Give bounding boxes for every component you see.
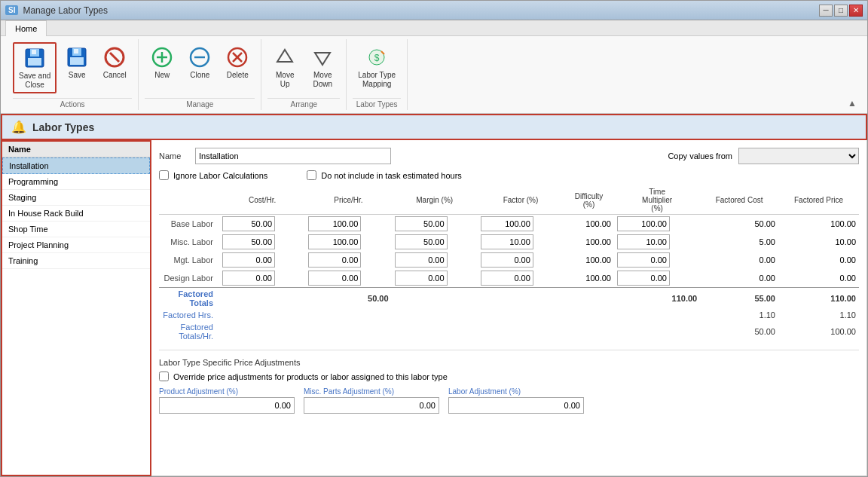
misc-labor-factoredprice: 10.00 [778,233,859,251]
col-header-factoredprice: Factored Price [778,186,859,215]
save-close-button[interactable]: Save andClose [13,42,57,93]
ribbon-collapse-btn[interactable]: ▲ [843,96,861,110]
list-item-shoptime[interactable]: Shop Time [2,222,150,237]
svg-rect-7 [74,49,78,54]
list-item-programming[interactable]: Programming [2,174,150,190]
design-labor-cost[interactable] [222,271,275,286]
cancel-button[interactable]: Cancel [97,42,132,83]
design-labor-price[interactable] [308,271,361,286]
factored-totals-hr-cost: 50.00 [700,321,778,342]
list-items: Installation Programming Staging In Hous… [2,157,150,475]
design-labor-difficulty: 100.00 [564,269,614,288]
list-item-staging[interactable]: Staging [2,190,150,206]
misc-labor-cost[interactable] [222,234,275,249]
labor-adjustment-input[interactable] [448,397,584,414]
copy-values-select[interactable] [738,148,859,164]
name-input[interactable] [195,148,391,164]
move-up-icon [273,45,297,69]
do-not-include-checkbox[interactable] [307,170,316,180]
move-down-button[interactable]: MoveDown [305,42,340,92]
base-labor-margin[interactable] [395,216,448,231]
svg-marker-18 [277,50,292,62]
price-adjustments-section: Labor Type Specific Price Adjustments Ov… [159,358,859,414]
main-content: Name Installation Programming Staging In… [1,140,867,476]
base-labor-timemult[interactable] [617,216,670,231]
ignore-labor-checkbox[interactable] [159,170,169,180]
minimize-button[interactable]: ─ [819,5,833,17]
move-up-button[interactable]: MoveUp [267,42,302,92]
misc-labor-timemult[interactable] [617,234,670,249]
product-adjustment-label: Product Adjustment (%) [159,387,295,396]
new-button[interactable]: New [145,42,179,83]
misc-parts-adjustment-col: Misc. Parts Adjustment (%) [304,387,439,414]
delete-label: Delete [227,71,249,80]
mgt-labor-margin[interactable] [395,252,448,268]
ribbon: Home Save and [1,20,867,114]
section-title: Labor Types [32,121,94,133]
totals-timemult: 110.00 [614,288,700,310]
factored-hrs-label: Factored Hrs. [159,309,219,321]
product-adjustment-col: Product Adjustment (%) [159,387,295,414]
mgt-labor-cost[interactable] [222,252,275,268]
labor-types-icon: 🔔 [11,120,26,134]
move-up-label: MoveUp [276,71,294,89]
mgt-labor-factoredprice: 0.00 [778,251,859,269]
factored-totals-hr-price: 100.00 [778,321,859,342]
labor-adjustment-col: Labor Adjustment (%) [448,387,584,414]
cancel-label: Cancel [103,71,127,80]
arrange-buttons: MoveUp MoveDown [267,39,340,96]
close-button[interactable]: ✕ [849,5,863,17]
mgt-labor-difficulty: 100.00 [564,251,614,269]
save-button[interactable]: Save [60,42,94,83]
manage-group-label: Manage [145,98,255,110]
design-labor-margin[interactable] [395,271,448,286]
misc-labor-factor[interactable] [481,234,533,249]
labor-mapping-button[interactable]: $ Labor TypeMapping [353,42,401,92]
window-title: Manage Labor Types [23,5,108,16]
svg-line-9 [110,53,119,62]
tab-home[interactable]: Home [5,20,47,36]
design-labor-timemult[interactable] [617,271,670,286]
svg-rect-3 [32,50,36,54]
mgt-labor-factor[interactable] [481,252,533,268]
col-header-timemult: TimeMultiplier(%) [614,186,700,215]
list-item-inhouse[interactable]: In House Rack Build [2,206,150,222]
actions-buttons: Save andClose Save [13,39,132,96]
ignore-labor-row: Ignore Labor Calculations Do not include… [159,170,859,180]
mgt-labor-label: Mgt. Labor [159,251,219,269]
svg-text:$: $ [374,53,380,63]
delete-button[interactable]: Delete [220,42,255,83]
misc-labor-difficulty: 100.00 [564,233,614,251]
base-labor-price[interactable] [308,216,361,231]
misc-parts-label: Misc. Parts Adjustment (%) [304,387,439,396]
title-controls: ─ □ ✕ [819,5,863,17]
mgt-labor-price[interactable] [308,252,361,268]
design-labor-factor[interactable] [481,271,533,286]
maximize-button[interactable]: □ [834,5,848,17]
misc-labor-margin[interactable] [395,234,448,249]
svg-rect-6 [70,57,84,65]
col-header-price: Price/Hr. [305,186,391,215]
table-row-misc-labor: Misc. Labor 100.00 5.00 10.00 [159,233,859,251]
misc-labor-price[interactable] [308,234,361,249]
mgt-labor-timemult[interactable] [617,252,670,268]
totals-price: 50.00 [305,288,391,310]
base-labor-factor[interactable] [481,216,533,231]
col-header-row-label [159,186,219,215]
save-icon [65,45,89,69]
base-labor-difficulty: 100.00 [564,215,614,234]
override-price-checkbox[interactable] [159,372,169,381]
list-item-installation[interactable]: Installation [2,157,150,174]
misc-labor-label: Misc. Labor [159,233,219,251]
list-item-training[interactable]: Training [2,253,150,269]
list-item-project[interactable]: Project Planning [2,237,150,253]
product-adjustment-input[interactable] [159,397,295,414]
price-adjustments-label: Labor Type Specific Price Adjustments [159,358,859,367]
clone-button[interactable]: Clone [182,42,217,83]
misc-parts-input[interactable] [304,397,439,414]
section-divider-1 [159,350,859,350]
misc-labor-factoredcost: 5.00 [700,233,778,251]
base-labor-cost[interactable] [222,216,275,231]
ignore-labor-label: Ignore Labor Calculations [173,171,267,180]
do-not-include-label: Do not include in task estimated hours [321,171,462,180]
